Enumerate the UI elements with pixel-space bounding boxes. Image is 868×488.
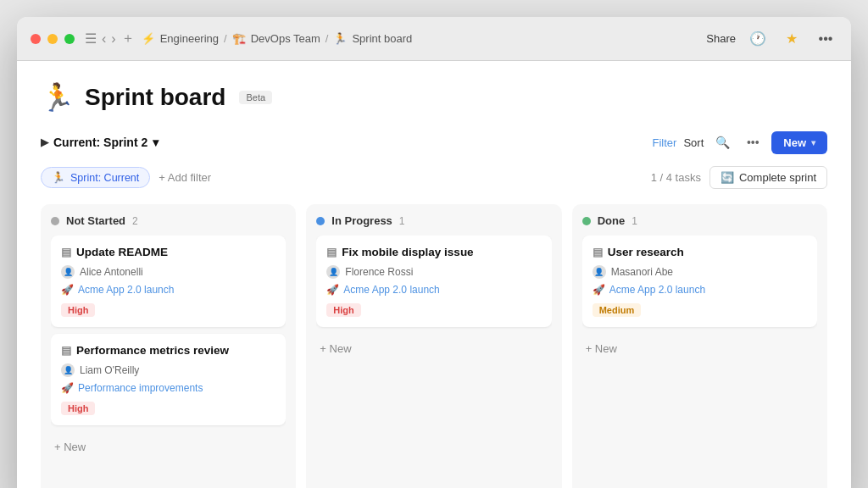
avatar: 👤 bbox=[326, 265, 340, 279]
project-name: Acme App 2.0 launch bbox=[609, 284, 705, 296]
project-name: Acme App 2.0 launch bbox=[78, 284, 174, 296]
priority-badge-card-3: High bbox=[326, 303, 360, 317]
card-project-card-3: 🚀 Acme App 2.0 launch bbox=[326, 284, 541, 296]
minimize-button[interactable] bbox=[47, 34, 58, 44]
project-icon: 🚀 bbox=[61, 284, 74, 296]
task-count: 1 / 4 tasks bbox=[651, 171, 701, 184]
card-type-icon: ▤ bbox=[61, 246, 71, 258]
column-title-in-progress: In Progress bbox=[331, 214, 392, 227]
traffic-lights bbox=[31, 34, 75, 44]
card-card-2[interactable]: ▤ Performance metrics review👤 Liam O'Rei… bbox=[51, 334, 286, 425]
breadcrumb-sep-1: / bbox=[224, 32, 227, 45]
titlebar-actions: Share 🕐 ★ ••• bbox=[706, 27, 837, 51]
play-icon: ▶ bbox=[41, 136, 48, 148]
breadcrumb-icon-sprint: 🏃 bbox=[333, 32, 347, 45]
add-new-in-progress[interactable]: + New bbox=[316, 337, 551, 360]
toolbar-right: Filter Sort 🔍 ••• New ▾ bbox=[653, 130, 827, 154]
close-button[interactable] bbox=[31, 34, 41, 44]
app-window: ☰ ‹ › ＋ ⚡ Engineering / 🏗️ DevOps Team /… bbox=[17, 17, 851, 488]
priority-badge-card-2: High bbox=[61, 402, 95, 415]
card-type-icon: ▤ bbox=[593, 246, 603, 258]
toolbar-more-icon[interactable]: ••• bbox=[741, 130, 765, 154]
column-count-not-started: 2 bbox=[132, 215, 138, 227]
favorite-icon[interactable]: ★ bbox=[780, 27, 804, 51]
breadcrumb-devops[interactable]: DevOps Team bbox=[251, 32, 320, 45]
sidebar-toggle[interactable]: ☰ bbox=[85, 30, 97, 47]
sprint-chevron: ▾ bbox=[153, 136, 159, 149]
forward-button[interactable]: › bbox=[111, 31, 115, 47]
complete-sprint-button[interactable]: 🔄 Complete sprint bbox=[709, 166, 827, 189]
breadcrumb-engineering[interactable]: Engineering bbox=[160, 32, 219, 45]
add-filter-button[interactable]: + Add filter bbox=[159, 171, 211, 184]
add-filter-label: + Add filter bbox=[159, 171, 211, 184]
main-content: 🏃 Sprint board Beta ▶ Current: Sprint 2 … bbox=[17, 61, 851, 488]
back-button[interactable]: ‹ bbox=[102, 31, 106, 47]
avatar: 👤 bbox=[61, 265, 75, 279]
card-assignee-card-3: 👤 Florence Rossi bbox=[326, 265, 541, 279]
beta-badge: Beta bbox=[239, 91, 272, 104]
filter-chip-icon: 🏃 bbox=[52, 171, 65, 184]
project-icon: 🚀 bbox=[326, 284, 339, 296]
assignee-name: Alice Antonelli bbox=[80, 266, 143, 278]
breadcrumb-sep-2: / bbox=[326, 32, 329, 45]
breadcrumb-icon-devops: 🏗️ bbox=[232, 32, 246, 45]
add-page-button[interactable]: ＋ bbox=[121, 30, 135, 47]
column-count-in-progress: 1 bbox=[399, 215, 405, 227]
add-new-not-started[interactable]: + New bbox=[51, 435, 286, 458]
add-new-done[interactable]: + New bbox=[582, 337, 817, 360]
column-title-done: Done bbox=[598, 214, 626, 227]
kanban-board: Not Started2▤ Update README👤 Alice Anton… bbox=[41, 204, 827, 488]
assignee-name: Florence Rossi bbox=[345, 266, 413, 278]
card-project-card-4: 🚀 Acme App 2.0 launch bbox=[593, 284, 807, 296]
card-assignee-card-1: 👤 Alice Antonelli bbox=[61, 265, 275, 279]
column-dot-not-started bbox=[51, 217, 59, 225]
page-header: 🏃 Sprint board Beta bbox=[41, 81, 827, 114]
maximize-button[interactable] bbox=[64, 34, 75, 44]
column-header-done: Done1 bbox=[582, 214, 817, 227]
sprint-label: Current: Sprint 2 bbox=[53, 136, 147, 149]
complete-sprint-label: Complete sprint bbox=[739, 171, 816, 184]
history-icon[interactable]: 🕐 bbox=[746, 27, 770, 51]
priority-badge-card-1: High bbox=[61, 303, 95, 317]
filter-button[interactable]: Filter bbox=[653, 136, 677, 149]
cards-in-progress: ▤ Fix mobile display issue👤 Florence Ros… bbox=[316, 236, 551, 488]
breadcrumb: ⚡ Engineering / 🏗️ DevOps Team / 🏃 Sprin… bbox=[142, 32, 707, 45]
filter-chip-label: Sprint: Current bbox=[70, 172, 139, 184]
sort-button[interactable]: Sort bbox=[683, 136, 704, 149]
card-card-1[interactable]: ▤ Update README👤 Alice Antonelli🚀 Acme A… bbox=[51, 236, 286, 327]
share-button[interactable]: Share bbox=[706, 32, 736, 45]
column-count-done: 1 bbox=[632, 215, 637, 227]
cards-done: ▤ User research👤 Masanori Abe🚀 Acme App … bbox=[582, 236, 817, 488]
breadcrumb-icon-engineering: ⚡ bbox=[142, 32, 155, 45]
column-dot-done bbox=[582, 217, 591, 225]
complete-sprint-icon: 🔄 bbox=[721, 171, 734, 184]
assignee-name: Masanori Abe bbox=[611, 266, 673, 278]
card-card-4[interactable]: ▤ User research👤 Masanori Abe🚀 Acme App … bbox=[582, 236, 817, 327]
new-button[interactable]: New ▾ bbox=[771, 131, 827, 154]
page-title: Sprint board bbox=[85, 84, 225, 111]
project-icon: 🚀 bbox=[593, 284, 605, 296]
card-title-card-3: ▤ Fix mobile display issue bbox=[326, 246, 541, 258]
card-title-card-1: ▤ Update README bbox=[61, 246, 275, 258]
breadcrumb-sprint[interactable]: Sprint board bbox=[352, 32, 412, 45]
column-not-started: Not Started2▤ Update README👤 Alice Anton… bbox=[41, 204, 296, 488]
more-options-icon[interactable]: ••• bbox=[814, 27, 837, 51]
toolbar-left: ▶ Current: Sprint 2 ▾ bbox=[41, 136, 159, 149]
search-icon[interactable]: 🔍 bbox=[710, 130, 734, 154]
cards-not-started: ▤ Update README👤 Alice Antonelli🚀 Acme A… bbox=[51, 236, 286, 488]
card-assignee-card-4: 👤 Masanori Abe bbox=[593, 265, 807, 279]
card-project-card-1: 🚀 Acme App 2.0 launch bbox=[61, 284, 275, 296]
new-button-label: New bbox=[783, 136, 806, 149]
page-icon: 🏃 bbox=[41, 81, 75, 114]
card-assignee-card-2: 👤 Liam O'Reilly bbox=[61, 363, 275, 377]
project-name: Acme App 2.0 launch bbox=[343, 284, 439, 296]
card-project-card-2: 🚀 Performance improvements bbox=[61, 382, 275, 394]
filter-bar: 🏃 Sprint: Current + Add filter 1 / 4 tas… bbox=[41, 166, 827, 189]
column-done: Done1▤ User research👤 Masanori Abe🚀 Acme… bbox=[572, 204, 827, 488]
sprint-filter-chip[interactable]: 🏃 Sprint: Current bbox=[41, 167, 150, 188]
sprint-selector[interactable]: ▶ Current: Sprint 2 ▾ bbox=[41, 136, 159, 149]
project-name: Performance improvements bbox=[78, 382, 203, 394]
project-icon: 🚀 bbox=[61, 382, 74, 394]
card-card-3[interactable]: ▤ Fix mobile display issue👤 Florence Ros… bbox=[316, 236, 551, 327]
column-header-not-started: Not Started2 bbox=[51, 214, 286, 227]
